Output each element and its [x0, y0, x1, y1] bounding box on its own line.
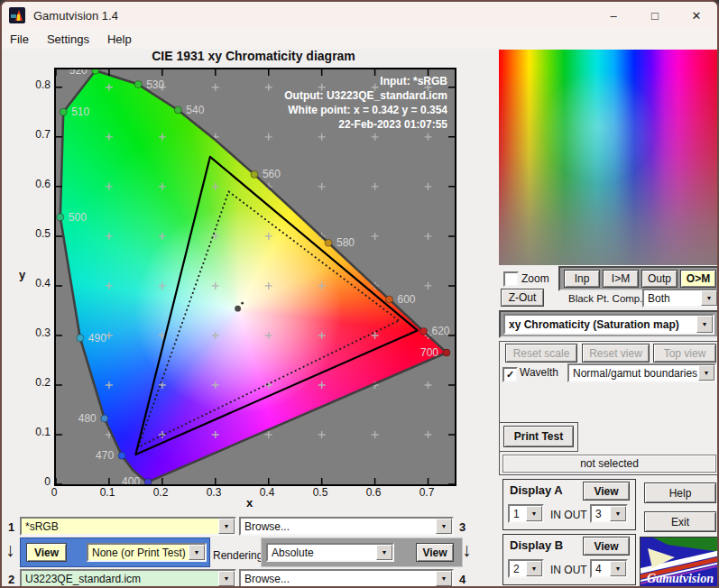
- grid-cross: [372, 133, 379, 141]
- grid-cross: [159, 431, 166, 438]
- wavelength-dot: [92, 69, 99, 74]
- wavelength-dot: [420, 327, 428, 335]
- y-tick-label: 0.3: [20, 326, 51, 339]
- chevron-down-icon[interactable]: ▼: [610, 561, 626, 576]
- o-to-m-button[interactable]: O>M: [680, 270, 716, 288]
- exit-button[interactable]: Exit: [644, 511, 716, 532]
- print-test-button[interactable]: Print Test: [503, 426, 574, 447]
- boundaries-select[interactable]: Normal/gamut boundaries▼: [567, 363, 716, 382]
- display-mode-select[interactable]: xy Chromaticity (Saturation map)▼: [503, 314, 714, 335]
- z-out-button[interactable]: Z-Out: [501, 289, 544, 307]
- chevron-down-icon[interactable]: ▼: [526, 561, 542, 576]
- help-button[interactable]: Help: [644, 482, 716, 503]
- menu-bar: File Settings Help: [2, 29, 717, 49]
- y-tick-label: 0.2: [20, 376, 51, 389]
- rendering-intent-select[interactable]: Absolute▼: [266, 543, 394, 562]
- wavelength-dot: [60, 108, 67, 115]
- display-b-out-select[interactable]: 4▼: [590, 559, 628, 578]
- wavelength-label: 490: [88, 332, 106, 345]
- wavelength-dot: [118, 452, 125, 459]
- inp-button[interactable]: Inp: [564, 270, 600, 288]
- close-button[interactable]: ✕: [676, 2, 717, 29]
- chevron-down-icon[interactable]: ▼: [698, 365, 714, 381]
- grid-cross: [265, 332, 272, 339]
- top-view-button[interactable]: Top view: [653, 344, 716, 363]
- grid-cross: [372, 431, 379, 438]
- wavelength-dot: [77, 335, 84, 342]
- outp-button[interactable]: Outp: [641, 270, 678, 288]
- spectral-locus: [60, 70, 447, 482]
- chevron-down-icon[interactable]: ▼: [376, 545, 392, 560]
- wavelength-dot: [325, 239, 332, 246]
- chromaticity-plot[interactable]: 4004704804905005105205305405605806006207…: [54, 68, 456, 486]
- slot-2-label: 2: [8, 573, 14, 586]
- grid-cross: [425, 133, 432, 141]
- view-input-button[interactable]: View: [26, 543, 67, 562]
- wavelength-label: 580: [336, 236, 355, 249]
- x-tick-label: 0.4: [251, 486, 283, 499]
- grid-cross: [318, 381, 326, 389]
- grid-cross: [159, 381, 166, 389]
- grid-cross: [212, 183, 219, 190]
- chevron-down-icon[interactable]: ▼: [610, 506, 626, 521]
- wavelength-label: 620: [432, 325, 450, 337]
- chevron-down-icon[interactable]: ▼: [218, 519, 235, 534]
- chevron-down-icon[interactable]: ▼: [189, 545, 205, 560]
- grid-cross: [106, 133, 113, 141]
- menu-file[interactable]: File: [2, 31, 38, 48]
- grid-cross: [159, 183, 166, 190]
- wavelength-label: 540: [186, 104, 204, 116]
- grid-cross: [212, 332, 219, 339]
- grid-cross: [265, 133, 272, 141]
- display-b-in-select[interactable]: 2▼: [508, 559, 544, 578]
- black-pt-comp-label: Black Pt. Comp.: [568, 293, 642, 304]
- black-pt-comp-select[interactable]: Both▼: [642, 289, 719, 308]
- display-b-title: Display B: [510, 538, 563, 552]
- minimize-button[interactable]: –: [593, 2, 634, 29]
- chevron-down-icon[interactable]: ▼: [701, 290, 717, 306]
- plot-overlay: 4004704804905005105205305405605806006207…: [56, 69, 455, 484]
- slot-3-label: 3: [459, 520, 466, 534]
- chart-title: CIE 1931 xy Chromaticity diagram: [54, 49, 453, 63]
- chevron-down-icon[interactable]: ▼: [436, 571, 452, 586]
- display-a-view-button[interactable]: View: [583, 482, 630, 501]
- y-tick-label: 0.6: [20, 178, 51, 190]
- wavelength-dot: [57, 214, 64, 221]
- zoom-checkbox[interactable]: [503, 271, 519, 287]
- none-print-test-select[interactable]: None (or Print Test)▼: [87, 543, 207, 562]
- browse-top-select[interactable]: Browse...▼: [239, 517, 454, 536]
- x-axis-label: x: [246, 496, 253, 510]
- view-output-button[interactable]: View: [416, 543, 454, 562]
- chevron-down-icon[interactable]: ▼: [696, 316, 713, 333]
- i-to-m-button[interactable]: I>M: [603, 270, 639, 288]
- chevron-down-icon[interactable]: ▼: [436, 519, 452, 534]
- title-bar: Gamutvision 1.4 – □ ✕: [2, 2, 717, 29]
- chevron-down-icon[interactable]: ▼: [526, 506, 542, 521]
- display-a-in-select[interactable]: 1▼: [508, 504, 544, 523]
- wavelength-label: 470: [96, 449, 114, 462]
- grid-cross: [159, 133, 166, 141]
- y-tick-label: 0.8: [20, 78, 51, 91]
- browse-bottom-select[interactable]: Browse...▼: [239, 569, 454, 588]
- maximize-button[interactable]: □: [634, 2, 676, 29]
- menu-help[interactable]: Help: [98, 31, 141, 48]
- reset-view-button[interactable]: Reset view: [582, 344, 650, 363]
- grid-cross: [159, 282, 166, 289]
- display-b-view-button[interactable]: View: [583, 537, 630, 556]
- annotation-whitepoint: White point: x = 0.342 y = 0.354: [284, 103, 447, 117]
- logo-text: Gamutvision: [647, 572, 714, 585]
- wavelength-dot: [386, 296, 393, 303]
- chevron-down-icon[interactable]: ▼: [218, 571, 235, 586]
- display-a-inout-label: IN OUT: [550, 509, 587, 521]
- wavelength-label: 520: [69, 69, 88, 77]
- input-profile-select[interactable]: *sRGB▼: [20, 517, 236, 536]
- display-a-out-select[interactable]: 3▼: [590, 504, 628, 523]
- slot-4-label: 4: [459, 573, 466, 586]
- grid-cross: [159, 233, 166, 240]
- output-profile-select[interactable]: U3223QE_standard.icm▼: [20, 569, 236, 588]
- menu-settings[interactable]: Settings: [38, 31, 98, 48]
- display-b-inout-label: IN OUT: [550, 564, 587, 576]
- saturation-map-preview[interactable]: [499, 50, 717, 265]
- wavelth-checkbox[interactable]: ✓: [502, 367, 518, 382]
- reset-scale-button[interactable]: Reset scale: [505, 344, 577, 363]
